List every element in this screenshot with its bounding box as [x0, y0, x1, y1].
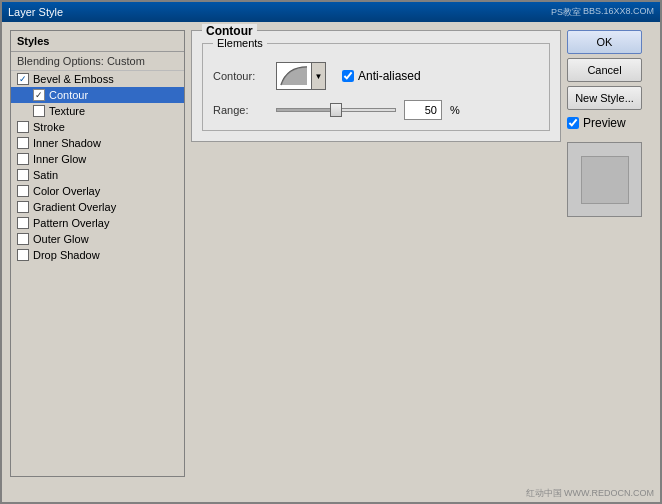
- contour-picker[interactable]: ▼: [276, 62, 326, 90]
- label-color-overlay: Color Overlay: [33, 185, 100, 197]
- elements-group: Elements Contour:: [202, 43, 550, 131]
- new-style-button[interactable]: New Style...: [567, 86, 642, 110]
- range-value-box: 50: [404, 100, 442, 120]
- preview-label-row: Preview: [567, 116, 652, 130]
- right-panel: OK Cancel New Style... Preview: [567, 30, 652, 477]
- label-texture: Texture: [49, 105, 85, 117]
- range-label: Range:: [213, 104, 268, 116]
- preview-thumbnail: [581, 156, 629, 204]
- contour-row: Contour: ▼: [213, 62, 539, 90]
- checkbox-inner-shadow[interactable]: [17, 137, 29, 149]
- anti-aliased-checkbox[interactable]: [342, 70, 354, 82]
- checkbox-color-overlay[interactable]: [17, 185, 29, 197]
- label-stroke: Stroke: [33, 121, 65, 133]
- style-list: Bevel & Emboss Contour Texture Stroke: [11, 71, 184, 476]
- checkbox-bevel-emboss[interactable]: [17, 73, 29, 85]
- styles-header: Styles: [11, 31, 184, 52]
- cancel-button[interactable]: Cancel: [567, 58, 642, 82]
- anti-alias-row: Anti-aliased: [342, 69, 421, 83]
- blending-options-label: Blending Options: Custom: [11, 52, 184, 71]
- contour-dropdown-button[interactable]: ▼: [312, 62, 326, 90]
- checkbox-stroke[interactable]: [17, 121, 29, 133]
- sidebar-item-inner-shadow[interactable]: Inner Shadow: [11, 135, 184, 151]
- checkbox-satin[interactable]: [17, 169, 29, 181]
- label-outer-glow: Outer Glow: [33, 233, 89, 245]
- sidebar-item-inner-glow[interactable]: Inner Glow: [11, 151, 184, 167]
- elements-group-title: Elements: [213, 37, 267, 49]
- window-title: Layer Style: [8, 6, 63, 18]
- checkbox-pattern-overlay[interactable]: [17, 217, 29, 229]
- sidebar-item-gradient-overlay[interactable]: Gradient Overlay: [11, 199, 184, 215]
- label-contour: Contour: [49, 89, 88, 101]
- checkbox-drop-shadow[interactable]: [17, 249, 29, 261]
- checkbox-inner-glow[interactable]: [17, 153, 29, 165]
- sidebar-item-satin[interactable]: Satin: [11, 167, 184, 183]
- checkbox-texture[interactable]: [33, 105, 45, 117]
- sidebar-item-color-overlay[interactable]: Color Overlay: [11, 183, 184, 199]
- layer-style-dialog: Layer Style PS教室 BBS.16XX8.COM Styles Bl…: [0, 0, 662, 504]
- contour-group: Contour Elements Contour:: [191, 30, 561, 142]
- label-inner-shadow: Inner Shadow: [33, 137, 101, 149]
- sidebar-item-drop-shadow[interactable]: Drop Shadow: [11, 247, 184, 263]
- contour-label: Contour:: [213, 70, 268, 82]
- bottom-watermark: 红动中国 WWW.REDOCN.COM: [2, 485, 660, 502]
- label-drop-shadow: Drop Shadow: [33, 249, 100, 261]
- sidebar-item-outer-glow[interactable]: Outer Glow: [11, 231, 184, 247]
- label-gradient-overlay: Gradient Overlay: [33, 201, 116, 213]
- label-pattern-overlay: Pattern Overlay: [33, 217, 109, 229]
- range-value: 50: [425, 104, 437, 116]
- checkbox-outer-glow[interactable]: [17, 233, 29, 245]
- preview-label: Preview: [583, 116, 626, 130]
- contour-thumbnail[interactable]: [276, 62, 312, 90]
- left-panel: Styles Blending Options: Custom Bevel & …: [10, 30, 185, 477]
- sidebar-item-texture[interactable]: Texture: [11, 103, 184, 119]
- main-content: Contour Elements Contour:: [191, 30, 561, 477]
- range-slider[interactable]: [276, 108, 396, 112]
- label-satin: Satin: [33, 169, 58, 181]
- sidebar-item-pattern-overlay[interactable]: Pattern Overlay: [11, 215, 184, 231]
- contour-svg: [279, 65, 309, 87]
- preview-checkbox[interactable]: [567, 117, 579, 129]
- window-body: Styles Blending Options: Custom Bevel & …: [2, 22, 660, 485]
- sidebar-item-stroke[interactable]: Stroke: [11, 119, 184, 135]
- sidebar-item-bevel-emboss[interactable]: Bevel & Emboss: [11, 71, 184, 87]
- range-row: Range: 50 %: [213, 100, 539, 120]
- sidebar-item-contour[interactable]: Contour: [11, 87, 184, 103]
- watermark-top: PS教室 BBS.16XX8.COM: [551, 6, 654, 19]
- checkbox-gradient-overlay[interactable]: [17, 201, 29, 213]
- ok-button[interactable]: OK: [567, 30, 642, 54]
- checkbox-contour[interactable]: [33, 89, 45, 101]
- label-inner-glow: Inner Glow: [33, 153, 86, 165]
- anti-aliased-label: Anti-aliased: [358, 69, 421, 83]
- title-bar: Layer Style PS教室 BBS.16XX8.COM: [2, 2, 660, 22]
- preview-area: [567, 142, 642, 217]
- range-unit: %: [450, 104, 460, 116]
- contour-group-title: Contour: [202, 24, 257, 38]
- label-bevel-emboss: Bevel & Emboss: [33, 73, 114, 85]
